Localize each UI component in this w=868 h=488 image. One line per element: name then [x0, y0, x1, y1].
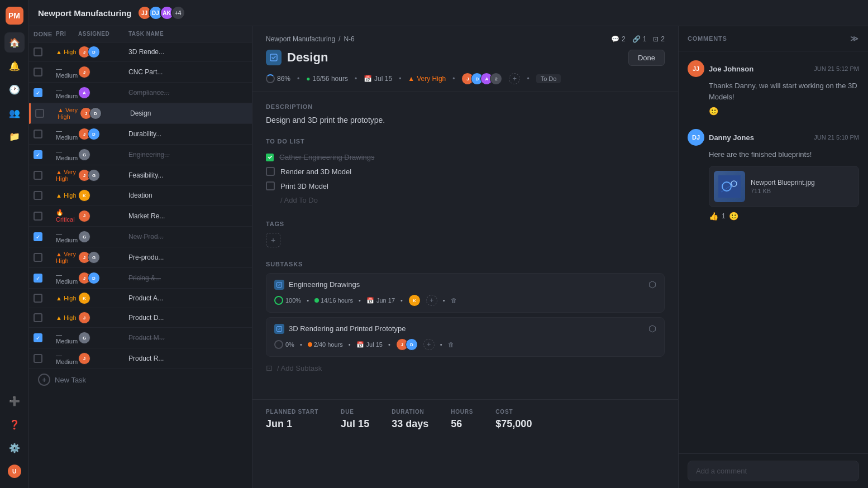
detail-body: DESCRIPTION Design and 3D print the prot…: [252, 92, 678, 399]
add-tag-button[interactable]: +: [266, 233, 280, 247]
add-subtask-member-button[interactable]: +: [423, 339, 435, 350]
priority-badge: — Medium: [56, 352, 78, 365]
avatar: G: [78, 149, 90, 161]
subtask-item: Engineering Drawings ⬡ 100% •: [266, 273, 665, 313]
subtask-meta: 100% • 14/16 hours • 📅 Jun 17: [274, 294, 656, 307]
priority-badge: — Medium: [56, 127, 78, 141]
sidebar-user-icon[interactable]: U: [4, 461, 25, 481]
add-task-row[interactable]: + New Task: [29, 369, 252, 390]
task-checkbox[interactable]: [34, 47, 42, 56]
table-row[interactable]: — Medium JD Durability...: [29, 124, 252, 145]
avatar-group: JJ DJ AK +4: [137, 6, 185, 20]
external-link-icon[interactable]: ⬡: [648, 279, 656, 290]
comment-reactions: 👍 1 🙂: [709, 212, 859, 221]
add-member-button[interactable]: +: [509, 73, 520, 84]
breadcrumb-separator: /: [338, 35, 340, 43]
subtask-due: 📅 Jul 15: [356, 341, 383, 348]
sidebar-home-icon[interactable]: 🏠: [4, 32, 25, 52]
table-row[interactable]: ✓ — Medium JD Pricing &...: [29, 268, 252, 289]
task-checkbox[interactable]: [34, 354, 42, 363]
add-todo-placeholder[interactable]: / Add To Do: [280, 193, 665, 207]
sidebar-help-icon[interactable]: ❓: [4, 414, 25, 434]
todo-checkbox[interactable]: [266, 181, 275, 190]
table-row[interactable]: ✓ — Medium G Product M...: [29, 328, 252, 348]
todo-text: Print 3D Model: [280, 182, 328, 190]
sidebar-settings-icon[interactable]: ⚙️: [4, 438, 25, 458]
table-row[interactable]: ▲ Very High JG Feasibility...: [29, 165, 252, 186]
task-checkbox[interactable]: [35, 109, 44, 118]
sidebar-team-icon[interactable]: 👥: [4, 103, 25, 123]
table-row[interactable]: ▲ High J Product D...: [29, 308, 252, 328]
task-checkbox[interactable]: [34, 171, 42, 180]
description-text: Design and 3D print the prototype.: [266, 116, 665, 125]
add-reaction-button[interactable]: 🙂: [729, 212, 738, 221]
avatar: K: [78, 189, 90, 202]
task-name: 3D Rende...: [128, 48, 184, 56]
comment-input[interactable]: [688, 461, 859, 481]
todo-checkbox[interactable]: [266, 167, 275, 176]
commenter-avatar: JJ: [688, 60, 704, 77]
delete-subtask-button[interactable]: 🗑: [448, 341, 454, 348]
task-checkbox[interactable]: ✓: [34, 150, 42, 159]
comment-icon: 💬: [611, 35, 619, 43]
task-checkbox[interactable]: [34, 294, 42, 303]
table-row[interactable]: — Medium J Product R...: [29, 348, 252, 369]
duration-label: DURATION: [392, 409, 428, 415]
priority-badge: — Medium: [56, 65, 78, 79]
task-checkbox[interactable]: [34, 253, 42, 262]
task-checkbox[interactable]: [34, 191, 42, 200]
reaction-emoji[interactable]: 👍: [709, 212, 718, 221]
task-checkbox[interactable]: [34, 130, 42, 138]
task-name: Pre-produ...: [128, 253, 184, 261]
file-attachment[interactable]: Newport Blueprint.jpg 711 KB: [709, 166, 859, 207]
task-type-icon: [266, 50, 282, 65]
task-checkbox[interactable]: [34, 212, 42, 221]
task-checkbox[interactable]: ✓: [34, 88, 42, 97]
table-row[interactable]: ✓ — Medium G Engineering...: [29, 145, 252, 165]
add-reaction-button[interactable]: 🙂: [709, 107, 718, 116]
priority-badge: ▲ High: [56, 314, 78, 321]
sidebar-add-icon[interactable]: ➕: [4, 391, 25, 411]
table-row[interactable]: ▲ High K Product A...: [29, 289, 252, 308]
task-name: Engineering...: [128, 151, 184, 159]
add-task-circle[interactable]: +: [38, 374, 50, 386]
table-row[interactable]: ✓ — Medium G New Prod...: [29, 227, 252, 247]
task-checkbox[interactable]: ✓: [34, 333, 42, 342]
task-name: Feasibility...: [128, 171, 184, 179]
avatar: J: [78, 210, 90, 222]
table-row[interactable]: — Medium J CNC Part...: [29, 62, 252, 83]
table-row[interactable]: ▲ High JD 3D Rende...: [29, 42, 252, 62]
collapse-button[interactable]: ≫: [850, 34, 859, 43]
avatar: D: [88, 272, 100, 284]
table-row[interactable]: 🔥 Critical J Market Re...: [29, 205, 252, 227]
add-subtask-member-button[interactable]: +: [426, 295, 437, 306]
add-subtask-row[interactable]: ⊡ / Add Subtask: [266, 361, 665, 375]
task-meta: 86% • ● 16/56 hours • 📅 Jul 15 •: [266, 73, 665, 85]
duration-value: 33 days: [392, 418, 428, 430]
external-link-icon[interactable]: ⬡: [648, 323, 656, 334]
todo-list: Gather Engineering Drawings Render and 3…: [266, 150, 665, 207]
done-button[interactable]: Done: [628, 50, 665, 66]
sidebar: PM 🏠 🔔 🕐 👥 📁 ➕ ❓ ⚙️ U: [0, 0, 29, 488]
comment-item: DJ Danny Jones JUN 21 5:10 PM Here are t…: [688, 129, 859, 221]
comment-author: Joe Johnson: [709, 65, 753, 73]
task-checkbox[interactable]: [34, 313, 42, 322]
table-row[interactable]: ▲ Very High JG Pre-produ...: [29, 247, 252, 268]
comment-author-row: JJ Joe Johnson: [688, 60, 753, 77]
bottom-stats: PLANNED START Jun 1 DUE Jul 15 DURATION …: [252, 399, 678, 439]
table-row[interactable]: ✓ — Medium A Compliance...: [29, 83, 252, 103]
sidebar-history-icon[interactable]: 🕐: [4, 79, 25, 99]
table-row[interactable]: ▲ Very High JD Design: [29, 103, 252, 124]
delete-subtask-button[interactable]: 🗑: [451, 297, 457, 304]
sidebar-notifications-icon[interactable]: 🔔: [4, 56, 25, 76]
priority-meta: ▲ Very High: [408, 75, 446, 83]
progress-circle-icon: [266, 74, 275, 83]
status-badge: To Do: [536, 74, 561, 83]
table-row[interactable]: ▲ High K Ideation: [29, 186, 252, 205]
task-checkbox[interactable]: [34, 68, 42, 76]
priority-badge: — Medium: [56, 271, 78, 285]
task-checkbox[interactable]: ✓: [34, 274, 42, 283]
calendar-icon: 📅: [364, 75, 372, 83]
sidebar-files-icon[interactable]: 📁: [4, 126, 25, 146]
task-checkbox[interactable]: ✓: [34, 232, 42, 241]
